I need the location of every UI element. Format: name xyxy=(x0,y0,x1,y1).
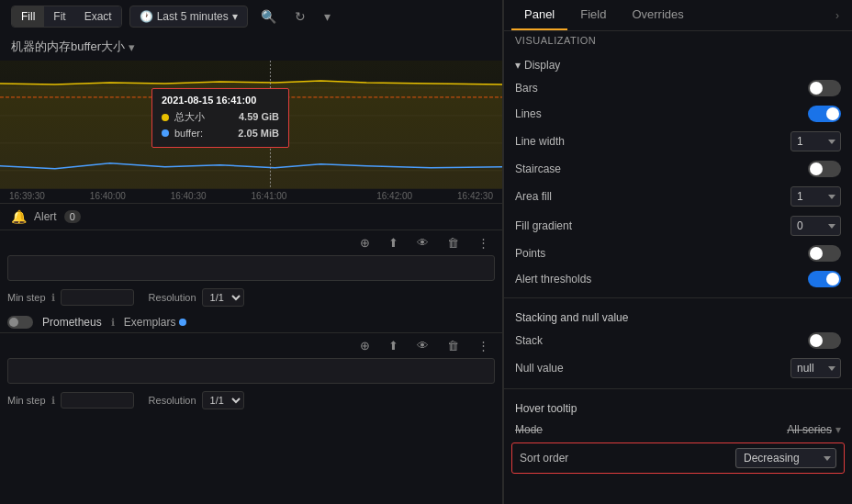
query1-upload-button[interactable]: ⬆ xyxy=(383,234,404,252)
query2-upload-button[interactable]: ⬆ xyxy=(383,337,404,354)
nullvalue-select[interactable]: null0 xyxy=(790,358,841,378)
areafill-label: Area fill xyxy=(515,190,552,203)
fit-button[interactable]: Fit xyxy=(44,6,74,27)
mode-label: Mode xyxy=(515,423,543,436)
tab-field[interactable]: Field xyxy=(567,0,619,30)
query1-bar xyxy=(7,255,495,281)
query1-more-button[interactable]: ⋮ xyxy=(472,234,495,252)
sort-order-label: Sort order xyxy=(520,452,568,465)
resolution-label-1: Resolution xyxy=(149,292,196,303)
resolution-label-2: Resolution xyxy=(149,395,196,406)
query2-bar xyxy=(7,358,495,384)
stacking-header: Stacking and null value xyxy=(504,304,852,328)
linewidth-label: Line width xyxy=(515,135,565,148)
areafill-row: Area fill 102 xyxy=(504,182,852,211)
query2-more-button[interactable]: ⋮ xyxy=(472,337,495,354)
lines-row: Lines xyxy=(504,101,852,127)
chart-tooltip: 2021-08-15 16:41:00 总大小 4.59 GiB buffer:… xyxy=(151,88,289,148)
query1-settings: Min step ℹ Resolution 1/1 xyxy=(0,285,502,312)
chevron-down-icon: ▾ xyxy=(129,40,135,54)
query2-eye-button[interactable]: 👁 xyxy=(411,337,434,354)
bars-toggle[interactable] xyxy=(808,80,841,96)
query2-add-button[interactable]: ⊕ xyxy=(354,337,376,354)
mode-value: All series xyxy=(787,423,832,436)
staircase-row: Staircase xyxy=(504,156,852,182)
query-section-1: ⊕ ⬆ 👁 🗑 ⋮ Min step ℹ Resolution 1/1 Prom… xyxy=(0,230,502,332)
minstep-label-1: Min step xyxy=(7,292,46,303)
alert-count-badge: 0 xyxy=(64,210,81,223)
query2-actions: ⊕ ⬆ 👁 🗑 ⋮ xyxy=(0,333,502,358)
stack-row: Stack xyxy=(504,328,852,353)
tab-overrides[interactable]: Overrides xyxy=(619,0,696,30)
panel-tabs: Panel Field Overrides › xyxy=(504,0,852,31)
query1-add-button[interactable]: ⊕ xyxy=(354,234,376,252)
stack-toggle[interactable] xyxy=(808,332,841,349)
view-mode-group: Fill Fit Exact xyxy=(11,6,122,28)
more-options-button[interactable]: ▾ xyxy=(319,7,336,26)
fill-button[interactable]: Fill xyxy=(12,6,44,27)
minstep-input-2[interactable] xyxy=(61,392,134,409)
left-panel: Fill Fit Exact 🕐 Last 5 minutes ▾ 🔍 ↻ ▾ … xyxy=(0,0,503,504)
linewidth-select[interactable]: 123 xyxy=(790,131,841,151)
x-axis: 16:39:30 16:40:00 16:40:30 16:41:00 16:4… xyxy=(0,189,502,203)
datasource-info-icon: ℹ xyxy=(111,317,115,329)
linewidth-row: Line width 123 xyxy=(504,127,852,156)
display-section-header[interactable]: ▾ Display xyxy=(504,51,852,75)
bars-label: Bars xyxy=(515,82,538,95)
resolution-select-1[interactable]: 1/1 xyxy=(202,288,244,307)
areafill-select[interactable]: 102 xyxy=(790,186,841,207)
sort-order-select[interactable]: Decreasing Increasing None xyxy=(735,448,836,468)
query1-actions: ⊕ ⬆ 👁 🗑 ⋮ xyxy=(0,230,502,255)
query2-trash-button[interactable]: 🗑 xyxy=(442,337,465,354)
exact-button[interactable]: Exact xyxy=(75,6,121,27)
mode-row: Mode All series ▾ xyxy=(504,419,852,441)
points-row: Points xyxy=(504,241,852,266)
fillgradient-row: Fill gradient 01 xyxy=(504,211,852,241)
lines-toggle[interactable] xyxy=(808,106,841,122)
refresh-icon: ↻ xyxy=(295,9,306,24)
stack-label: Stack xyxy=(515,334,543,347)
minstep-input-1[interactable] xyxy=(61,289,134,306)
query2-resolution: Resolution 1/1 xyxy=(149,391,244,409)
alert-section: 🔔 Alert 0 xyxy=(0,203,502,230)
info-icon-2: ℹ xyxy=(51,395,55,407)
alert-thresholds-toggle[interactable] xyxy=(808,271,841,287)
x-label-2: 16:40:00 xyxy=(90,191,126,201)
bell-icon: 🔔 xyxy=(11,209,27,224)
refresh-button[interactable]: ↻ xyxy=(289,7,311,26)
tooltip-label-2: buffer: xyxy=(174,126,232,142)
tooltip-label-1: 总大小 xyxy=(174,109,233,126)
chart-area: 2021-08-15 16:41:00 总大小 4.59 GiB buffer:… xyxy=(0,61,502,189)
query1-toggle[interactable] xyxy=(7,316,33,329)
query1-trash-button[interactable]: 🗑 xyxy=(442,234,465,252)
points-toggle[interactable] xyxy=(808,245,841,262)
fillgradient-label: Fill gradient xyxy=(515,219,572,232)
exemplars-button[interactable]: Exemplars xyxy=(124,316,187,329)
time-range-button[interactable]: 🕐 Last 5 minutes ▾ xyxy=(129,6,248,28)
mode-chevron-icon: ▾ xyxy=(835,423,841,436)
alert-label: Alert xyxy=(34,210,57,223)
staircase-toggle[interactable] xyxy=(808,161,841,177)
time-range-label: Last 5 minutes xyxy=(157,10,229,23)
tab-arrow-button[interactable]: › xyxy=(830,0,845,30)
resolution-select-2[interactable]: 1/1 xyxy=(202,391,244,409)
x-label-6: 16:42:00 xyxy=(376,191,412,201)
nullvalue-label: Null value xyxy=(515,362,564,375)
x-label-1: 16:39:30 xyxy=(9,191,45,201)
zoom-button[interactable]: 🔍 xyxy=(255,7,282,26)
toolbar: Fill Fit Exact 🕐 Last 5 minutes ▾ 🔍 ↻ ▾ xyxy=(0,0,502,33)
fillgradient-select[interactable]: 01 xyxy=(790,216,841,236)
chart-title: 机器的内存buffer大小 ▾ xyxy=(0,33,502,61)
hover-tooltip-header: Hover tooltip xyxy=(504,395,852,419)
query1-resolution: Resolution 1/1 xyxy=(149,288,244,307)
query1-eye-button[interactable]: 👁 xyxy=(411,234,434,252)
tooltip-value-2: 2.05 MiB xyxy=(238,126,279,142)
alert-thresholds-label: Alert thresholds xyxy=(515,273,591,286)
x-label-7: 16:42:30 xyxy=(457,191,493,201)
chevron-down-icon: ▾ xyxy=(515,59,521,72)
points-label: Points xyxy=(515,247,545,260)
lines-label: Lines xyxy=(515,107,542,120)
tooltip-value-1: 4.59 GiB xyxy=(239,109,279,126)
chevron-down-icon: ▾ xyxy=(232,10,238,23)
tab-panel[interactable]: Panel xyxy=(511,0,567,30)
